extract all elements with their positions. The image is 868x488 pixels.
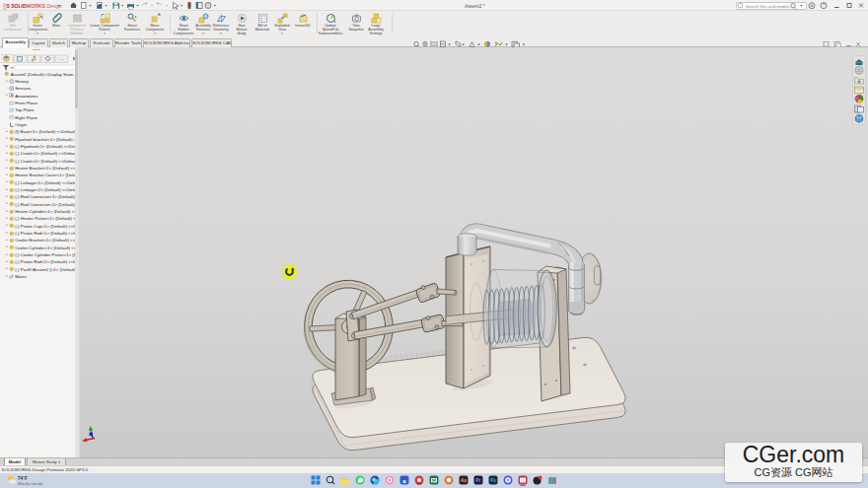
svg-text:Mostly cloudy: Mostly cloudy <box>18 481 43 486</box>
svg-text:74°F: 74°F <box>18 476 28 481</box>
svg-text:Ps: Ps <box>490 478 496 483</box>
svg-text:Pr: Pr <box>476 478 481 483</box>
svg-text:Au: Au <box>461 478 467 483</box>
